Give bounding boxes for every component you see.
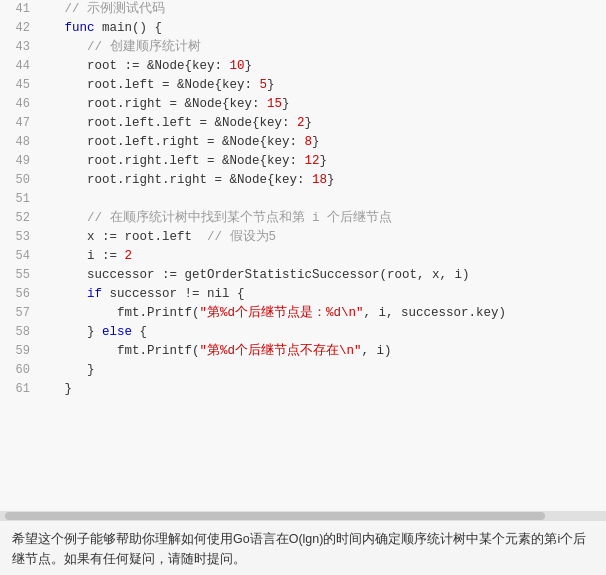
code-line-44: 44 root := &Node{key: 10} — [0, 57, 606, 76]
line-num-49: 49 — [0, 152, 38, 171]
line-num-44: 44 — [0, 57, 38, 76]
line-content-55: successor := getOrderStatisticSuccessor(… — [38, 266, 606, 285]
code-line-56: 56 if successor != nil { — [0, 285, 606, 304]
line-content-60: } — [38, 361, 606, 380]
line-num-52: 52 — [0, 209, 38, 228]
line-content-43: // 创建顺序统计树 — [38, 38, 606, 57]
line-content-42: func main() { — [38, 19, 606, 38]
line-num-53: 53 — [0, 228, 38, 247]
code-line-46: 46 root.right = &Node{key: 15} — [0, 95, 606, 114]
line-num-45: 45 — [0, 76, 38, 95]
line-num-61: 61 — [0, 380, 38, 399]
line-content-47: root.left.left = &Node{key: 2} — [38, 114, 606, 133]
line-content-61: } — [38, 380, 606, 399]
description-text: 希望这个例子能够帮助你理解如何使用Go语言在O(lgn)的时间内确定顺序统计树中… — [12, 532, 586, 566]
line-content-46: root.right = &Node{key: 15} — [38, 95, 606, 114]
bottom-description: 希望这个例子能够帮助你理解如何使用Go语言在O(lgn)的时间内确定顺序统计树中… — [0, 521, 606, 575]
code-line-61: 61 } — [0, 380, 606, 399]
line-content-58: } else { — [38, 323, 606, 342]
line-num-57: 57 — [0, 304, 38, 323]
code-line-43: 43 // 创建顺序统计树 — [0, 38, 606, 57]
line-content-48: root.left.right = &Node{key: 8} — [38, 133, 606, 152]
line-num-56: 56 — [0, 285, 38, 304]
code-line-60: 60 } — [0, 361, 606, 380]
code-line-50: 50 root.right.right = &Node{key: 18} — [0, 171, 606, 190]
code-line-48: 48 root.left.right = &Node{key: 8} — [0, 133, 606, 152]
line-num-41: 41 — [0, 0, 38, 19]
line-num-60: 60 — [0, 361, 38, 380]
line-num-48: 48 — [0, 133, 38, 152]
scrollbar-track — [0, 511, 606, 521]
line-content-52: // 在顺序统计树中找到某个节点和第 i 个后继节点 — [38, 209, 606, 228]
code-line-57: 57 fmt.Printf("第%d个后继节点是：%d\n", i, succe… — [0, 304, 606, 323]
line-content-54: i := 2 — [38, 247, 606, 266]
code-line-55: 55 successor := getOrderStatisticSuccess… — [0, 266, 606, 285]
code-line-54: 54 i := 2 — [0, 247, 606, 266]
line-num-50: 50 — [0, 171, 38, 190]
line-num-55: 55 — [0, 266, 38, 285]
scrollbar-thumb[interactable] — [5, 512, 545, 520]
line-num-47: 47 — [0, 114, 38, 133]
line-content-44: root := &Node{key: 10} — [38, 57, 606, 76]
code-area: 41 // 示例测试代码 42 func main() { 43 // 创建顺序… — [0, 0, 606, 511]
code-line-53: 53 x := root.left // 假设为5 — [0, 228, 606, 247]
code-line-47: 47 root.left.left = &Node{key: 2} — [0, 114, 606, 133]
code-line-49: 49 root.right.left = &Node{key: 12} — [0, 152, 606, 171]
code-container: 41 // 示例测试代码 42 func main() { 43 // 创建顺序… — [0, 0, 606, 511]
line-num-46: 46 — [0, 95, 38, 114]
line-content-53: x := root.left // 假设为5 — [38, 228, 606, 247]
horizontal-scrollbar[interactable] — [0, 511, 606, 521]
line-num-51: 51 — [0, 190, 38, 209]
line-content-56: if successor != nil { — [38, 285, 606, 304]
line-content-59: fmt.Printf("第%d个后继节点不存在\n", i) — [38, 342, 606, 361]
line-content-50: root.right.right = &Node{key: 18} — [38, 171, 606, 190]
line-num-58: 58 — [0, 323, 38, 342]
code-line-59: 59 fmt.Printf("第%d个后继节点不存在\n", i) — [0, 342, 606, 361]
code-line-45: 45 root.left = &Node{key: 5} — [0, 76, 606, 95]
code-line-58: 58 } else { — [0, 323, 606, 342]
code-line-42: 42 func main() { — [0, 19, 606, 38]
line-content-57: fmt.Printf("第%d个后继节点是：%d\n", i, successo… — [38, 304, 606, 323]
code-line-51: 51 — [0, 190, 606, 209]
line-num-43: 43 — [0, 38, 38, 57]
code-line-41: 41 // 示例测试代码 — [0, 0, 606, 19]
line-num-42: 42 — [0, 19, 38, 38]
line-content-51 — [38, 190, 606, 209]
line-content-41: // 示例测试代码 — [38, 0, 606, 19]
code-line-52: 52 // 在顺序统计树中找到某个节点和第 i 个后继节点 — [0, 209, 606, 228]
line-content-45: root.left = &Node{key: 5} — [38, 76, 606, 95]
line-num-59: 59 — [0, 342, 38, 361]
line-num-54: 54 — [0, 247, 38, 266]
line-content-49: root.right.left = &Node{key: 12} — [38, 152, 606, 171]
